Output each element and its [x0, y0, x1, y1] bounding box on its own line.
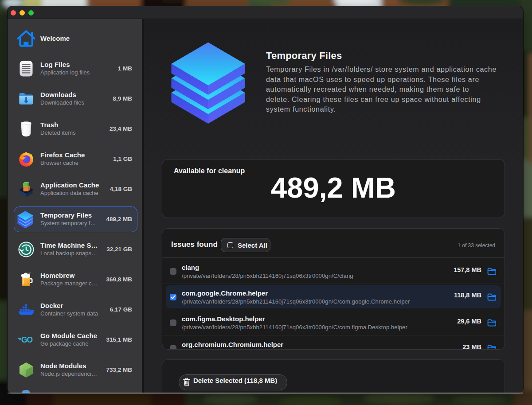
svg-text:GO: GO: [21, 335, 33, 344]
